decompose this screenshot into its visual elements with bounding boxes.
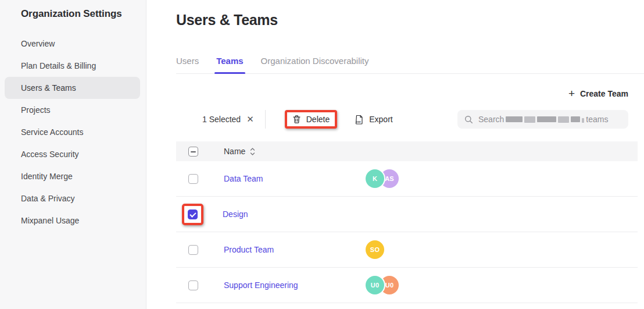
bulk-actions-toolbar: 1 Selected ✕ Delete csv <box>176 106 644 133</box>
tab-users[interactable]: Users <box>176 56 199 73</box>
tab-organization-discoverability[interactable]: Organization Discoverability <box>261 56 369 73</box>
row-checkbox[interactable] <box>188 174 198 184</box>
sidebar-item-overview[interactable]: Overview <box>0 33 146 55</box>
team-search-input[interactable]: Searchteams <box>457 110 628 129</box>
selection-summary: 1 Selected ✕ <box>202 114 254 125</box>
redacted-org-name <box>506 116 584 123</box>
table-row: Data Team KAS <box>176 161 638 197</box>
row-checkbox[interactable] <box>188 245 198 255</box>
row-checkbox[interactable] <box>188 209 198 219</box>
delete-button[interactable]: Delete <box>292 115 330 124</box>
create-row: + Create Team <box>176 89 644 98</box>
team-name-link[interactable]: Product Team <box>224 245 274 254</box>
delete-annotation-box: Delete <box>285 110 337 129</box>
plus-icon: + <box>568 90 575 98</box>
sidebar-nav: OverviewPlan Details & BillingUsers & Te… <box>0 33 146 232</box>
selected-count: 1 Selected <box>202 115 241 124</box>
export-button[interactable]: csv Export <box>355 115 392 125</box>
main-content: Users & Teams UsersTeamsOrganization Dis… <box>146 0 644 309</box>
select-all-checkbox[interactable] <box>188 147 198 157</box>
table-row: Product Team SO <box>176 232 638 268</box>
toolbar-divider <box>265 110 266 129</box>
sort-icon <box>250 148 255 155</box>
name-column-header[interactable]: Name <box>224 147 255 156</box>
team-name-link[interactable]: Support Engineering <box>224 280 298 290</box>
clear-selection-icon[interactable]: ✕ <box>246 114 254 125</box>
sidebar-item-plan-details-billing[interactable]: Plan Details & Billing <box>0 55 146 77</box>
table-row: Design <box>176 197 638 232</box>
table-header-row: Name <box>176 141 638 161</box>
member-avatars: KAS <box>366 169 399 188</box>
tab-teams[interactable]: Teams <box>216 56 243 73</box>
trash-icon <box>292 115 301 124</box>
page-title: Users & Teams <box>176 12 644 29</box>
sidebar-item-access-security[interactable]: Access Security <box>0 143 146 165</box>
sidebar: Organization Settings OverviewPlan Detai… <box>0 0 146 309</box>
sidebar-item-identity-merge[interactable]: Identity Merge <box>0 165 146 187</box>
member-avatar: K <box>366 169 384 188</box>
csv-file-icon: csv <box>355 115 364 125</box>
delete-label: Delete <box>306 115 330 124</box>
create-team-label: Create Team <box>580 89 628 98</box>
sidebar-item-mixpanel-usage[interactable]: Mixpanel Usage <box>0 209 146 232</box>
sidebar-item-data-privacy[interactable]: Data & Privacy <box>0 187 146 209</box>
checkbox-annotation-box <box>182 204 203 225</box>
team-name-link[interactable]: Data Team <box>224 174 263 183</box>
teams-table: Name Data Team KAS Design Product Team S… <box>176 141 638 303</box>
sidebar-item-users-teams[interactable]: Users & Teams <box>5 77 140 99</box>
search-placeholder: Searchteams <box>478 115 608 124</box>
search-icon <box>464 115 473 124</box>
member-avatars: U0U0 <box>366 276 399 294</box>
member-avatars: SO <box>366 240 384 259</box>
svg-text:csv: csv <box>356 119 361 123</box>
sidebar-title: Organization Settings <box>21 8 146 20</box>
sidebar-item-projects[interactable]: Projects <box>0 99 146 121</box>
export-label: Export <box>369 115 392 124</box>
row-checkbox[interactable] <box>188 280 198 290</box>
tab-bar: UsersTeamsOrganization Discoverability <box>176 56 644 74</box>
organization-settings-page: Organization Settings OverviewPlan Detai… <box>0 0 644 309</box>
team-name-link[interactable]: Design <box>223 209 248 219</box>
sidebar-item-service-accounts[interactable]: Service Accounts <box>0 121 146 143</box>
table-row: Support Engineering U0U0 <box>176 268 638 303</box>
member-avatar: U0 <box>366 276 384 294</box>
member-avatar: SO <box>366 240 384 259</box>
table-body: Data Team KAS Design Product Team SO Sup… <box>176 161 638 303</box>
create-team-button[interactable]: + Create Team <box>568 89 628 98</box>
